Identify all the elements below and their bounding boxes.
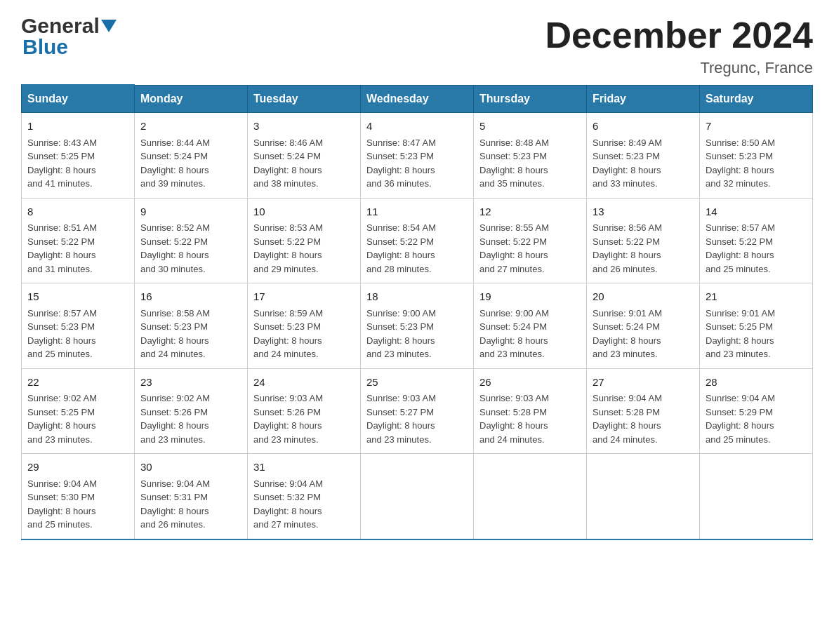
day-sunrise: Sunrise: 9:01 AM — [706, 308, 775, 318]
day-sunset: Sunset: 5:22 PM — [253, 236, 321, 247]
day-sunset: Sunset: 5:24 PM — [253, 151, 321, 161]
day-number: 3 — [253, 119, 355, 135]
day-daylight2: and 38 minutes. — [253, 178, 319, 189]
calendar-cell-2-3: 10 Sunrise: 8:53 AM Sunset: 5:22 PM Dayl… — [248, 198, 361, 283]
day-sunset: Sunset: 5:25 PM — [706, 321, 773, 332]
calendar-header: Sunday Monday Tuesday Wednesday Thursday… — [22, 85, 813, 113]
day-daylight2: and 24 minutes. — [593, 434, 658, 445]
day-daylight: Daylight: 8 hours — [593, 165, 661, 175]
day-daylight: Daylight: 8 hours — [706, 420, 774, 431]
day-sunset: Sunset: 5:24 PM — [593, 321, 660, 332]
calendar-cell-1-7: 7 Sunrise: 8:50 AM Sunset: 5:23 PM Dayli… — [700, 113, 813, 199]
day-sunrise: Sunrise: 8:54 AM — [366, 222, 436, 233]
day-sunset: Sunset: 5:24 PM — [479, 321, 547, 332]
day-daylight2: and 26 minutes. — [593, 264, 658, 274]
calendar-cell-5-2: 30 Sunrise: 9:04 AM Sunset: 5:31 PM Dayl… — [135, 454, 248, 539]
logo-container: General — [21, 14, 117, 38]
week-row-3: 15 Sunrise: 8:57 AM Sunset: 5:23 PM Dayl… — [22, 283, 813, 369]
day-daylight: Daylight: 8 hours — [593, 335, 661, 346]
day-sunrise: Sunrise: 8:53 AM — [253, 222, 323, 233]
day-sunset: Sunset: 5:23 PM — [27, 321, 95, 332]
day-daylight: Daylight: 8 hours — [593, 250, 661, 260]
day-number: 26 — [479, 375, 581, 391]
calendar-table: Sunday Monday Tuesday Wednesday Thursday… — [21, 84, 813, 540]
day-sunrise: Sunrise: 9:04 AM — [27, 478, 97, 489]
day-daylight: Daylight: 8 hours — [253, 250, 322, 260]
day-number: 17 — [253, 289, 355, 305]
day-daylight2: and 23 minutes. — [479, 349, 545, 359]
day-sunset: Sunset: 5:22 PM — [706, 236, 773, 247]
day-daylight2: and 28 minutes. — [366, 264, 432, 274]
day-daylight: Daylight: 8 hours — [479, 420, 548, 431]
day-daylight: Daylight: 8 hours — [479, 250, 548, 260]
day-sunrise: Sunrise: 9:00 AM — [366, 308, 436, 318]
day-sunrise: Sunrise: 8:56 AM — [593, 222, 662, 233]
day-number: 21 — [706, 289, 807, 305]
day-sunrise: Sunrise: 8:58 AM — [140, 308, 210, 318]
calendar-cell-2-2: 9 Sunrise: 8:52 AM Sunset: 5:22 PM Dayli… — [135, 198, 248, 283]
day-sunset: Sunset: 5:22 PM — [593, 236, 660, 247]
calendar-cell-1-1: 1 Sunrise: 8:43 AM Sunset: 5:25 PM Dayli… — [22, 113, 135, 199]
day-daylight2: and 24 minutes. — [140, 349, 206, 359]
day-sunset: Sunset: 5:22 PM — [479, 236, 547, 247]
day-daylight: Daylight: 8 hours — [27, 250, 96, 260]
day-daylight2: and 31 minutes. — [27, 264, 93, 274]
day-sunrise: Sunrise: 9:04 AM — [140, 478, 210, 489]
day-number: 27 — [593, 375, 694, 391]
day-daylight: Daylight: 8 hours — [253, 506, 322, 516]
day-sunrise: Sunrise: 8:51 AM — [27, 222, 97, 233]
day-daylight: Daylight: 8 hours — [706, 335, 774, 346]
day-sunset: Sunset: 5:23 PM — [479, 151, 547, 161]
day-sunset: Sunset: 5:23 PM — [366, 151, 434, 161]
calendar-cell-4-5: 26 Sunrise: 9:03 AM Sunset: 5:28 PM Dayl… — [474, 368, 587, 454]
day-sunrise: Sunrise: 8:46 AM — [253, 137, 323, 148]
day-daylight2: and 23 minutes. — [140, 434, 206, 445]
day-sunrise: Sunrise: 9:00 AM — [479, 308, 549, 318]
day-number: 1 — [27, 119, 128, 135]
calendar-cell-4-4: 25 Sunrise: 9:03 AM Sunset: 5:27 PM Dayl… — [361, 368, 474, 454]
day-daylight2: and 29 minutes. — [253, 264, 319, 274]
day-daylight2: and 23 minutes. — [593, 349, 658, 359]
day-daylight: Daylight: 8 hours — [140, 506, 209, 516]
day-sunset: Sunset: 5:23 PM — [706, 151, 773, 161]
day-daylight2: and 25 minutes. — [27, 349, 93, 359]
week-row-4: 22 Sunrise: 9:02 AM Sunset: 5:25 PM Dayl… — [22, 368, 813, 454]
day-sunrise: Sunrise: 9:04 AM — [706, 393, 775, 403]
calendar-cell-5-3: 31 Sunrise: 9:04 AM Sunset: 5:32 PM Dayl… — [248, 454, 361, 539]
day-number: 13 — [593, 204, 694, 220]
calendar-cell-1-6: 6 Sunrise: 8:49 AM Sunset: 5:23 PM Dayli… — [587, 113, 700, 199]
day-daylight: Daylight: 8 hours — [366, 165, 435, 175]
day-sunset: Sunset: 5:30 PM — [27, 492, 95, 502]
day-daylight: Daylight: 8 hours — [366, 420, 435, 431]
header-saturday: Saturday — [700, 85, 813, 113]
day-sunrise: Sunrise: 9:04 AM — [593, 393, 662, 403]
day-number: 8 — [27, 204, 128, 220]
day-daylight: Daylight: 8 hours — [140, 420, 209, 431]
day-daylight: Daylight: 8 hours — [140, 250, 209, 260]
day-daylight: Daylight: 8 hours — [366, 335, 435, 346]
logo-general-text: General — [21, 14, 100, 38]
day-sunrise: Sunrise: 8:55 AM — [479, 222, 549, 233]
day-number: 16 — [140, 289, 241, 305]
calendar-cell-3-5: 19 Sunrise: 9:00 AM Sunset: 5:24 PM Dayl… — [474, 283, 587, 369]
calendar-cell-1-3: 3 Sunrise: 8:46 AM Sunset: 5:24 PM Dayli… — [248, 113, 361, 199]
day-sunrise: Sunrise: 9:03 AM — [366, 393, 436, 403]
page-header: General Blue December 2024 Tregunc, Fran… — [21, 14, 813, 77]
day-daylight: Daylight: 8 hours — [27, 420, 96, 431]
logo-blue-text: Blue — [22, 35, 68, 59]
calendar-cell-2-5: 12 Sunrise: 8:55 AM Sunset: 5:22 PM Dayl… — [474, 198, 587, 283]
day-sunset: Sunset: 5:24 PM — [140, 151, 208, 161]
day-sunset: Sunset: 5:31 PM — [140, 492, 208, 502]
calendar-cell-4-3: 24 Sunrise: 9:03 AM Sunset: 5:26 PM Dayl… — [248, 368, 361, 454]
calendar-cell-4-7: 28 Sunrise: 9:04 AM Sunset: 5:29 PM Dayl… — [700, 368, 813, 454]
header-thursday: Thursday — [474, 85, 587, 113]
day-number: 4 — [366, 119, 468, 135]
day-daylight: Daylight: 8 hours — [253, 335, 322, 346]
calendar-cell-5-1: 29 Sunrise: 9:04 AM Sunset: 5:30 PM Dayl… — [22, 454, 135, 539]
title-section: December 2024 Tregunc, France — [545, 14, 813, 77]
day-sunrise: Sunrise: 8:44 AM — [140, 137, 210, 148]
day-number: 9 — [140, 204, 241, 220]
calendar-cell-4-6: 27 Sunrise: 9:04 AM Sunset: 5:28 PM Dayl… — [587, 368, 700, 454]
days-of-week-row: Sunday Monday Tuesday Wednesday Thursday… — [22, 85, 813, 113]
day-number: 15 — [27, 289, 128, 305]
